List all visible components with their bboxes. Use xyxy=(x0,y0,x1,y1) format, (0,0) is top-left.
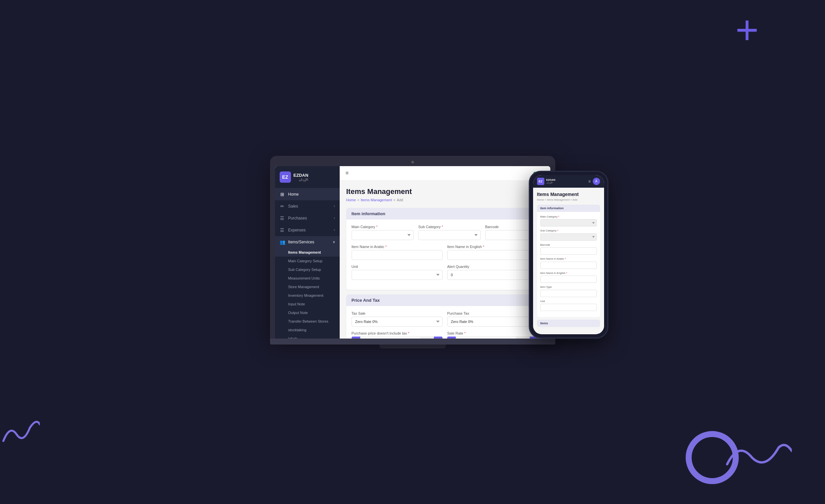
phone-items-panel-header: Items xyxy=(537,320,600,327)
form-group-item-name-arabic: Item Name in Arabic * xyxy=(352,245,443,260)
sidebar-sub-measurement-units[interactable]: Measurement Units xyxy=(275,274,340,282)
main-content: ≡ 202 Items Management Home < Items Mana… xyxy=(340,166,550,339)
sidebar-item-purchases[interactable]: ☰ Purchases › xyxy=(275,212,340,224)
phone-avatar: A xyxy=(593,178,600,185)
form-group-purchase-price: Purchase price doesn't include tax * - R… xyxy=(352,331,443,339)
expenses-icon: ☰ xyxy=(280,228,285,233)
page-content: Items Management Home < Items Management… xyxy=(340,181,550,339)
labels-label: labels xyxy=(288,337,298,339)
laptop: EZ EZDAN الإزدان ⊞ Home ✏ Sales › xyxy=(270,156,555,348)
phone-main-category-select[interactable] xyxy=(540,219,597,227)
form-row-category: Main Category * xyxy=(352,225,538,240)
expenses-chevron: › xyxy=(334,228,335,232)
phone-item-name-english-input[interactable] xyxy=(540,275,597,283)
form-group-tax-sale: Tax Sale Zero Rate 0% xyxy=(352,311,443,327)
phone-unit-label: Unit xyxy=(540,300,597,303)
decorative-wave-right xyxy=(726,438,792,471)
sidebar-sub-store-management[interactable]: Store Management xyxy=(275,282,340,291)
form-group-item-name-english: Item Name in English * xyxy=(447,245,538,260)
purchase-price-label: Purchase price doesn't include tax * xyxy=(352,331,443,335)
main-category-select[interactable] xyxy=(352,230,414,240)
main-category-form-label: Main Category * xyxy=(352,225,414,229)
item-information-card: Item information Main Category * xyxy=(346,208,544,290)
sale-rate-minus-button[interactable]: - xyxy=(447,337,456,339)
main-category-required: * xyxy=(376,225,377,229)
phone-page-title: Items Management xyxy=(537,192,600,197)
sidebar-sub-items-management[interactable]: Items Management xyxy=(275,248,340,257)
menu-toggle-button[interactable]: ≡ xyxy=(346,170,349,176)
laptop-container: EZ EZDAN الإزدان ⊞ Home ✏ Sales › xyxy=(270,156,555,348)
phone-form-item-name-arabic: Item Name in Arabic * xyxy=(540,257,597,269)
stocktaking-label: stocktaking xyxy=(288,328,306,332)
decorative-wave-left xyxy=(0,418,40,444)
item-information-body: Main Category * xyxy=(346,220,544,290)
topbar: ≡ 202 xyxy=(340,166,550,181)
logo-text-group: EZDAN الإزدان xyxy=(294,173,308,181)
tax-sale-label: Tax Sale xyxy=(352,311,443,315)
purchase-price-input[interactable] xyxy=(360,337,420,339)
tax-sale-select[interactable]: Zero Rate 0% xyxy=(352,317,443,327)
sidebar-item-home[interactable]: ⊞ Home xyxy=(275,188,340,200)
item-name-english-label: Item Name in English * xyxy=(447,245,538,249)
unit-select[interactable] xyxy=(352,270,443,280)
item-name-arabic-input[interactable] xyxy=(352,250,443,260)
item-information-header: Item information xyxy=(346,208,544,220)
sidebar-sub-sub-category[interactable]: Sub Category Setup xyxy=(275,265,340,274)
unit-label: Unit xyxy=(352,265,443,269)
item-name-english-input[interactable] xyxy=(447,250,538,260)
alert-quantity-input[interactable]: 0 xyxy=(447,270,538,280)
phone-main-category-label: Main Category * xyxy=(540,215,597,218)
form-group-sub-category: Sub Category * xyxy=(418,225,481,240)
sidebar-sub-input-note[interactable]: Input Note xyxy=(275,300,340,308)
sidebar-sub-transfer[interactable]: Transfer Between Stores xyxy=(275,317,340,326)
sidebar-sub-main-category[interactable]: Main Category Setup xyxy=(275,257,340,265)
purchase-price-minus-button[interactable]: - xyxy=(352,337,360,339)
alert-quantity-label: Alert Quantity xyxy=(447,265,538,269)
items-services-icon: 👥 xyxy=(280,239,285,245)
sales-icon: ✏ xyxy=(280,203,285,209)
sidebar-sub-stocktaking[interactable]: stocktaking xyxy=(275,326,340,334)
purchases-chevron: › xyxy=(334,216,335,220)
laptop-stand xyxy=(379,344,446,348)
phone-unit-input[interactable] xyxy=(540,304,597,311)
sub-category-select[interactable] xyxy=(418,230,481,240)
input-note-label: Input Note xyxy=(288,302,305,306)
phone-barcode-label: Barcode xyxy=(540,243,597,246)
breadcrumb-items-management[interactable]: Items Management xyxy=(361,198,392,202)
form-group-unit: Unit xyxy=(352,265,443,280)
breadcrumb: Home < Items Management < Add xyxy=(346,198,544,202)
phone-item-information-header: Item information xyxy=(537,204,600,212)
phone-item-name-arabic-input[interactable] xyxy=(540,262,597,269)
form-group-purchase-tax: Purchase Tax Zero Rate 0% xyxy=(447,311,538,327)
purchases-icon: ☰ xyxy=(280,216,285,221)
phone-item-type-input[interactable]: Items xyxy=(540,290,597,297)
sidebar-item-items-services[interactable]: 👥 Items/Services ∨ xyxy=(275,236,340,248)
sale-currency: Riyal xyxy=(516,337,529,339)
sidebar-sub-inventory[interactable]: Inventory Mnagement xyxy=(275,291,340,300)
phone-barcode-input[interactable] xyxy=(540,247,597,255)
phone-container: EZ EZDAN الإزدان ≡ A Item xyxy=(529,171,608,339)
transfer-label: Transfer Between Stores xyxy=(288,319,328,323)
sidebar-sub-labels[interactable]: labels xyxy=(275,334,340,339)
sidebar-item-expenses[interactable]: ☰ Expenses › xyxy=(275,224,340,236)
phone: EZ EZDAN الإزدان ≡ A Item xyxy=(529,171,608,339)
sidebar-item-sales[interactable]: ✏ Sales › xyxy=(275,200,340,212)
phone-form-item-name-english: Item Name in English * xyxy=(540,271,597,283)
breadcrumb-add: Add xyxy=(397,198,403,202)
phone-menu-icon[interactable]: ≡ xyxy=(588,179,591,184)
sale-rate-input[interactable] xyxy=(456,337,516,339)
sidebar-sub-output-note[interactable]: Output Note xyxy=(275,308,340,317)
sub-category-label: Sub Category Setup xyxy=(288,268,321,271)
phone-form-barcode: Barcode xyxy=(540,243,597,255)
phone-form-unit: Unit xyxy=(540,300,597,311)
breadcrumb-home[interactable]: Home xyxy=(346,198,356,202)
form-row-unit-quantity: Unit Alert Quantity 0 xyxy=(352,265,538,280)
phone-sub-category-select[interactable] xyxy=(540,234,597,241)
purchase-price-plus-button[interactable]: + xyxy=(434,337,443,339)
purchase-price-input-group: - Riyal + xyxy=(352,337,443,339)
logo-icon: EZ xyxy=(280,171,291,183)
purchase-tax-select[interactable]: Zero Rate 0% xyxy=(447,317,538,327)
purchase-currency: Riyal xyxy=(420,337,434,339)
form-row-tax: Tax Sale Zero Rate 0% Purchase Tax xyxy=(352,311,538,327)
sidebar-logo: EZ EZDAN الإزدان xyxy=(275,166,340,188)
